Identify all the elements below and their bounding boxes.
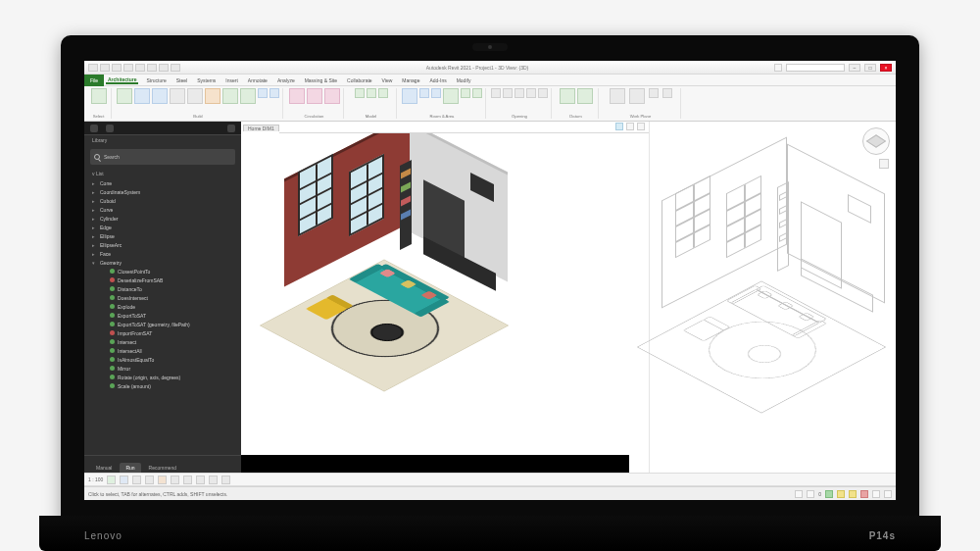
tab-manual[interactable]: Manual <box>90 463 118 473</box>
tree-item[interactable]: Intersect <box>88 337 237 346</box>
tree-item[interactable]: Explode <box>88 302 237 311</box>
reveal-icon[interactable] <box>221 476 230 484</box>
chevron-right-icon[interactable]: ▸ <box>92 233 97 239</box>
tree-item[interactable]: ImportFromSAT <box>88 328 237 337</box>
view-tab[interactable]: Home DIM1 <box>243 125 279 131</box>
close-button[interactable]: × <box>880 64 892 72</box>
tab-collaborate[interactable]: Collaborate <box>345 77 374 83</box>
design-options-icon[interactable] <box>807 490 814 498</box>
select-face-icon[interactable] <box>872 490 880 498</box>
chevron-right-icon[interactable]: ▸ <box>92 198 97 204</box>
tree-item[interactable]: Mirror <box>88 364 237 373</box>
tab-massing[interactable]: Massing & Site <box>303 77 339 83</box>
wall-open-icon[interactable] <box>514 88 524 98</box>
tree-item[interactable]: ExportToSAT <box>88 311 237 320</box>
tree-item[interactable]: ▸Cylinder <box>88 214 237 223</box>
model-group-icon[interactable] <box>378 88 388 98</box>
mullion-icon[interactable] <box>270 88 279 98</box>
link-icon[interactable] <box>626 123 634 130</box>
worksets-icon[interactable] <box>795 490 803 498</box>
tab-view[interactable]: View <box>380 77 395 83</box>
tree-item[interactable]: ExportToSAT (geometry, filePath) <box>88 320 237 328</box>
tree-item[interactable]: ▸Edge <box>88 223 237 231</box>
tab-steel[interactable]: Steel <box>174 77 189 83</box>
tree-item[interactable]: ▸Cone <box>88 178 237 187</box>
sidebar-search[interactable]: Search <box>90 149 235 165</box>
ref-plane-icon[interactable] <box>649 88 659 98</box>
tag-area-icon[interactable] <box>472 88 482 98</box>
area-icon[interactable] <box>443 88 459 104</box>
show-plane-icon[interactable] <box>629 88 645 104</box>
tree-item[interactable]: ▸CoordinateSystem <box>88 187 237 196</box>
model-line-icon[interactable] <box>367 88 376 98</box>
vertical-icon[interactable] <box>526 88 536 98</box>
library-tree[interactable]: ▸Cone▸CoordinateSystem▸Cuboid▸Curve▸Cyli… <box>84 178 241 455</box>
window-icon[interactable] <box>152 88 168 104</box>
tab-annotate[interactable]: Annotate <box>246 77 270 83</box>
tree-item[interactable]: DistanceTo <box>88 284 237 293</box>
tree-item[interactable]: IsAlmostEqualTo <box>88 355 237 364</box>
crop-visible-icon[interactable] <box>183 476 192 484</box>
tree-item[interactable]: Rotate (origin, axis, degrees) <box>88 373 237 381</box>
tree-item[interactable]: ▸Cuboid <box>88 196 237 205</box>
section-label[interactable]: v List <box>84 169 241 178</box>
search-icon[interactable] <box>774 64 782 72</box>
tab-addins[interactable]: Add-Ins <box>427 77 448 83</box>
maximize-button[interactable]: □ <box>864 64 876 72</box>
floor-icon[interactable] <box>240 88 256 104</box>
wall-icon[interactable] <box>117 88 132 104</box>
chevron-down-icon[interactable]: ▾ <box>92 260 97 266</box>
room-sep-icon[interactable] <box>419 88 429 98</box>
qat-icon[interactable] <box>159 64 169 72</box>
qat-icon[interactable] <box>123 64 133 72</box>
tree-item[interactable]: ▸Curve <box>88 205 237 214</box>
temp-hide-icon[interactable] <box>209 476 218 484</box>
dormer-icon[interactable] <box>538 88 548 98</box>
tab-systems[interactable]: Systems <box>195 77 218 83</box>
level-icon[interactable] <box>560 88 575 104</box>
viewer-icon[interactable] <box>662 88 672 98</box>
visual-style-icon[interactable] <box>120 476 128 484</box>
curtain-icon[interactable] <box>258 88 268 98</box>
qat-icon[interactable] <box>171 64 180 72</box>
chevron-right-icon[interactable]: ▸ <box>92 242 97 248</box>
set-plane-icon[interactable] <box>610 88 625 104</box>
drag-icon[interactable] <box>884 490 892 498</box>
tree-item[interactable]: DeserializeFromSAB <box>88 276 237 284</box>
tab-architecture[interactable]: Architecture <box>106 76 138 84</box>
nav-home-icon[interactable] <box>879 159 889 169</box>
model-text-icon[interactable] <box>355 88 365 98</box>
select-pinned-icon[interactable] <box>860 490 868 498</box>
cloud-icon[interactable] <box>615 123 623 130</box>
qat-icon[interactable] <box>100 64 110 72</box>
tab-analyze[interactable]: Analyze <box>275 77 297 83</box>
chevron-right-icon[interactable]: ▸ <box>92 207 97 213</box>
tree-item[interactable]: Scale (amount) <box>88 381 237 390</box>
tree-item[interactable]: ▸Face <box>88 249 237 258</box>
tree-item[interactable]: ▸Ellipse <box>88 231 237 240</box>
detail-level-icon[interactable] <box>107 476 116 484</box>
user-icon[interactable] <box>106 125 114 132</box>
ramp-icon[interactable] <box>307 88 322 104</box>
roof-icon[interactable] <box>205 88 220 104</box>
viewport-3d-shaded[interactable] <box>241 133 649 473</box>
sun-path-icon[interactable] <box>132 476 141 484</box>
scale-label[interactable]: 1 : 100 <box>88 476 103 482</box>
viewcube[interactable] <box>862 127 890 155</box>
grid-icon[interactable] <box>577 88 593 104</box>
shaft-icon[interactable] <box>503 88 513 98</box>
select-underlay-icon[interactable] <box>849 490 857 498</box>
modify-icon[interactable] <box>91 88 107 104</box>
tab-insert[interactable]: Insert <box>223 77 240 83</box>
room-icon[interactable] <box>402 88 417 104</box>
crop-icon[interactable] <box>171 476 179 484</box>
file-menu-button[interactable]: File <box>84 75 104 86</box>
title-search[interactable] <box>786 64 845 72</box>
tag-room-icon[interactable] <box>431 88 441 98</box>
render-icon[interactable] <box>158 476 167 484</box>
home-icon[interactable] <box>90 125 98 132</box>
lock-3d-icon[interactable] <box>196 476 205 484</box>
menu-icon[interactable] <box>227 125 235 132</box>
tab-modify[interactable]: Modify <box>455 77 473 83</box>
stair-icon[interactable] <box>324 88 340 104</box>
